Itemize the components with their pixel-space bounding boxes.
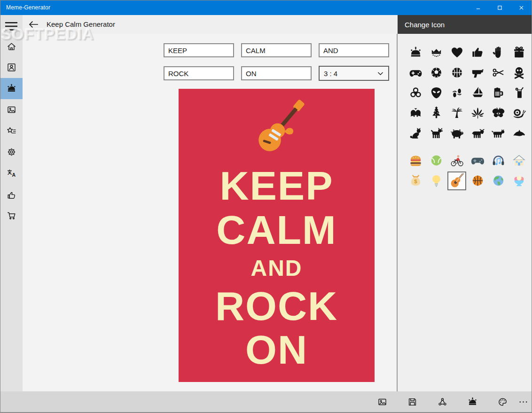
change-icon-bells[interactable] xyxy=(405,103,426,123)
crown-icon xyxy=(467,397,478,407)
palm-tree-icon xyxy=(450,106,464,120)
change-icon-heart[interactable] xyxy=(446,42,467,62)
hamburger-icon xyxy=(5,21,18,31)
change-icon-biohazard[interactable] xyxy=(405,83,426,103)
hamburger-icon xyxy=(408,153,423,168)
change-icon-pig[interactable] xyxy=(446,123,467,143)
change-icon-butterfly[interactable] xyxy=(488,103,509,123)
change-icon-cow[interactable] xyxy=(467,123,488,143)
change-icon-thumbs-up[interactable] xyxy=(467,42,488,62)
aspect-ratio-select[interactable]: 3 : 4 xyxy=(319,66,389,81)
change-icon-money-bag[interactable]: $ xyxy=(405,171,426,191)
heart-icon xyxy=(450,45,464,60)
svg-text:$: $ xyxy=(414,178,417,184)
text-input-word-2[interactable] xyxy=(241,43,312,57)
game-controller-icon xyxy=(470,153,485,168)
snail-icon xyxy=(512,106,526,120)
text-input-word-3[interactable] xyxy=(319,43,389,57)
ornate-crown-icon xyxy=(429,45,444,60)
poster-line: AND xyxy=(251,255,303,281)
change-icon-cat[interactable] xyxy=(405,123,426,143)
earth-globe-icon xyxy=(491,173,506,188)
change-icon-skull-crossbones[interactable] xyxy=(509,62,529,83)
change-icon-soccer-ball[interactable] xyxy=(426,62,446,83)
change-icon-cocktail[interactable] xyxy=(509,83,529,103)
change-icon-game-controller[interactable] xyxy=(467,150,488,171)
change-icon-christmas-tree[interactable] xyxy=(426,103,446,123)
change-icon-alien[interactable] xyxy=(426,83,446,103)
change-icon-cannabis-leaf[interactable] xyxy=(467,103,488,123)
back-button[interactable] xyxy=(25,17,41,32)
change-icon-open-hand[interactable] xyxy=(488,42,509,62)
hamburger-button[interactable] xyxy=(3,19,20,34)
change-icon-ice-cream[interactable] xyxy=(509,171,529,191)
tiger-icon xyxy=(491,126,506,140)
sidebar-item-settings[interactable] xyxy=(0,141,23,163)
keep-calm-crown-icon xyxy=(408,45,423,60)
crown-button[interactable] xyxy=(461,391,484,412)
house-icon xyxy=(512,153,526,168)
share-button[interactable] xyxy=(431,391,454,412)
change-icon-tiger[interactable] xyxy=(488,123,509,143)
change-icon-house[interactable] xyxy=(509,150,529,171)
sidebar-item-contacts[interactable] xyxy=(0,57,23,78)
minimize-button[interactable] xyxy=(467,0,489,15)
change-icon-headphones-music[interactable] xyxy=(488,150,509,171)
set-as-image-button[interactable] xyxy=(371,391,393,412)
scissors-icon xyxy=(491,65,506,80)
page-title: Keep Calm Generator xyxy=(47,20,115,28)
app-bar: Keep Calm Generator xyxy=(0,15,398,34)
change-icon-gamepad[interactable] xyxy=(405,62,426,83)
poster-preview: KEEPCALMANDROCKON xyxy=(179,89,375,382)
sidebar-item-keep-calm[interactable] xyxy=(0,78,23,99)
sidebar-item-store[interactable] xyxy=(0,205,23,226)
text-input-word-1[interactable] xyxy=(164,43,234,57)
change-icon-gift[interactable] xyxy=(509,42,529,62)
light-bulb-icon xyxy=(429,173,444,188)
change-icon-pistol[interactable] xyxy=(467,62,488,83)
cart-icon xyxy=(6,210,17,221)
sidebar-item-rate[interactable] xyxy=(0,120,23,141)
change-icon-snail[interactable] xyxy=(509,103,529,123)
change-icon-basketball[interactable] xyxy=(446,62,467,83)
change-icon-palm-tree[interactable] xyxy=(446,103,467,123)
color-icon-grid: $ xyxy=(405,150,532,191)
change-icon-tennis-ball[interactable] xyxy=(426,150,446,171)
poster-guitar-icon xyxy=(242,94,312,165)
change-icon-keep-calm-crown[interactable] xyxy=(405,42,426,62)
change-icon-basketball-orange[interactable] xyxy=(467,171,488,191)
sidebar-item-home[interactable] xyxy=(0,36,23,57)
minimize-icon xyxy=(476,5,481,10)
text-input-word-5[interactable] xyxy=(241,66,312,80)
change-icon-ornate-crown[interactable] xyxy=(426,42,446,62)
change-icon-scissors[interactable] xyxy=(488,62,509,83)
ice-cream-icon xyxy=(512,173,526,188)
basketball-icon xyxy=(450,65,464,80)
back-arrow-icon xyxy=(27,18,39,31)
sidebar-item-like[interactable] xyxy=(0,184,23,205)
money-bag-icon: $ xyxy=(408,173,423,188)
change-icon-light-bulb[interactable] xyxy=(426,171,446,191)
change-icon-guitar[interactable] xyxy=(447,171,466,190)
close-button[interactable] xyxy=(510,0,532,15)
sidebar-item-images[interactable] xyxy=(0,99,23,120)
change-icon-dolphin[interactable] xyxy=(509,123,529,143)
change-icon-sailboat[interactable] xyxy=(467,83,488,103)
change-icon-cyclist[interactable] xyxy=(446,150,467,171)
aspect-ratio-value: 3 : 4 xyxy=(324,70,377,78)
save-button[interactable] xyxy=(401,391,423,412)
rate-star-icon xyxy=(6,125,17,136)
change-icon-earth-globe[interactable] xyxy=(488,171,509,191)
change-icon-dog[interactable] xyxy=(426,123,446,143)
svg-text:A: A xyxy=(12,172,16,178)
sidebar-item-language[interactable]: A xyxy=(0,163,23,184)
change-icon-beer-mug[interactable] xyxy=(488,83,509,103)
change-icon-footprints[interactable] xyxy=(446,83,467,103)
more-button[interactable] xyxy=(512,391,532,412)
tennis-ball-icon xyxy=(429,153,444,168)
change-icon-hamburger[interactable] xyxy=(405,150,426,171)
theme-color-button[interactable] xyxy=(491,391,514,412)
text-input-word-4[interactable] xyxy=(164,66,234,80)
maximize-button[interactable] xyxy=(489,0,510,15)
poster-line: ROCK xyxy=(215,283,338,329)
